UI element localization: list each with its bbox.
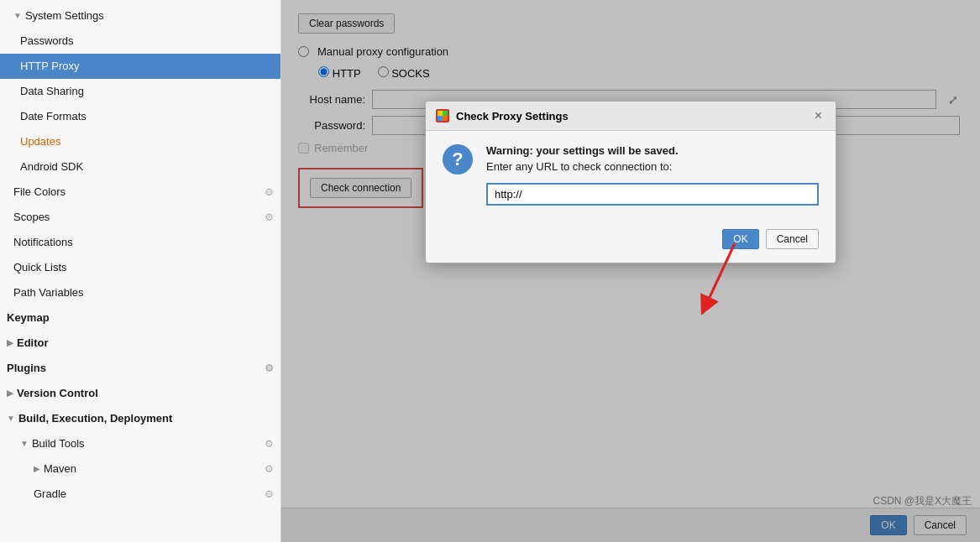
sidebar-item-label: Android SDK <box>20 158 274 176</box>
dialog-buttons: OK Cancel <box>426 219 836 263</box>
expand-icon: ▶ <box>7 384 13 403</box>
dialog-enter-url-text: Enter any URL to check connection to: <box>486 160 819 173</box>
dialog-close-button[interactable]: × <box>811 108 825 123</box>
gear-icon: ⚙ <box>265 460 274 478</box>
sidebar-item-editor[interactable]: ▶ Editor <box>0 331 280 356</box>
dialog-title-left: Check Proxy Settings <box>436 109 569 122</box>
sidebar-item-label: Plugins <box>7 359 265 378</box>
sidebar-item-maven[interactable]: ▶ Maven ⚙ <box>0 456 280 482</box>
dialog-titlebar: Check Proxy Settings × <box>426 102 836 131</box>
sidebar-item-label: Scopes <box>13 208 265 227</box>
dialog-cancel-button[interactable]: Cancel <box>766 229 819 249</box>
collapse-icon: ▼ <box>20 435 29 453</box>
sidebar-item-version-control[interactable]: ▶ Version Control <box>0 381 280 406</box>
dialog-overlay: Check Proxy Settings × ? Warning: your s… <box>281 0 980 542</box>
content-area: Clear passwords Manual proxy configurati… <box>281 0 980 542</box>
sidebar-item-label: Build Tools <box>32 435 265 453</box>
sidebar-item-http-proxy[interactable]: HTTP Proxy <box>0 54 280 79</box>
sidebar-item-path-variables[interactable]: Path Variables <box>0 280 280 305</box>
sidebar-item-data-sharing[interactable]: Data Sharing <box>0 79 280 104</box>
sidebar-item-date-formats[interactable]: Date Formats <box>0 104 280 129</box>
expand-icon: ▶ <box>7 334 13 352</box>
sidebar-item-keymap[interactable]: Keymap <box>0 305 280 331</box>
expand-icon: ▶ <box>34 460 40 478</box>
sidebar-item-scopes[interactable]: Scopes ⚙ <box>0 205 280 230</box>
sidebar-item-notifications[interactable]: Notifications <box>0 230 280 255</box>
sidebar-item-label: Keymap <box>7 309 274 327</box>
collapse-icon: ▼ <box>7 409 15 428</box>
gear-icon: ⚙ <box>265 435 274 453</box>
sidebar-item-updates[interactable]: Updates <box>0 129 280 154</box>
svg-rect-3 <box>438 116 443 121</box>
sidebar-item-build-exec-deploy[interactable]: ▼ Build, Execution, Deployment <box>0 406 280 431</box>
sidebar-item-label: Editor <box>17 334 274 352</box>
sidebar-item-passwords[interactable]: Passwords <box>0 29 280 54</box>
sidebar-item-build-tools[interactable]: ▼ Build Tools ⚙ <box>0 431 280 456</box>
dialog-url-input[interactable] <box>486 183 819 206</box>
sidebar-item-file-colors[interactable]: File Colors ⚙ <box>0 180 280 205</box>
sidebar-item-label: Notifications <box>13 233 274 252</box>
dialog-warning-text: Warning: your settings will be saved. <box>486 144 819 157</box>
sidebar-item-label: HTTP Proxy <box>20 57 274 76</box>
sidebar-item-label: Passwords <box>20 32 274 50</box>
sidebar-item-android-sdk[interactable]: Android SDK <box>0 154 280 180</box>
sidebar-item-label: Path Variables <box>13 284 274 302</box>
sidebar-item-label: Updates <box>20 133 274 151</box>
sidebar-item-label: Quick Lists <box>13 258 274 277</box>
sidebar-item-label: File Colors <box>13 183 265 201</box>
dialog-ok-button[interactable]: OK <box>722 229 758 249</box>
sidebar-item-gradle[interactable]: Gradle ⚙ <box>0 482 280 507</box>
sidebar-item-label: Date Formats <box>20 107 274 126</box>
sidebar-item-system-settings[interactable]: ▼ System Settings <box>0 3 280 29</box>
sidebar-item-label: Gradle <box>34 485 265 503</box>
sidebar-item-plugins[interactable]: Plugins ⚙ <box>0 356 280 381</box>
gear-icon: ⚙ <box>265 359 274 378</box>
question-icon: ? <box>443 144 473 175</box>
check-proxy-dialog: Check Proxy Settings × ? Warning: your s… <box>425 101 836 263</box>
dialog-body: ? Warning: your settings will be saved. … <box>426 131 836 219</box>
dialog-text: Warning: your settings will be saved. En… <box>486 144 819 206</box>
sidebar-item-label: Maven <box>44 460 265 478</box>
sidebar-item-label: Data Sharing <box>20 82 274 101</box>
gear-icon: ⚙ <box>265 485 274 503</box>
sidebar-item-quick-lists[interactable]: Quick Lists <box>0 255 280 280</box>
sidebar: ▼ System Settings Passwords HTTP Proxy D… <box>0 0 281 542</box>
gear-icon: ⚙ <box>265 183 274 201</box>
svg-rect-1 <box>438 111 443 116</box>
collapse-icon: ▼ <box>13 7 22 25</box>
svg-rect-4 <box>443 116 448 121</box>
svg-rect-2 <box>443 111 448 116</box>
sidebar-item-label: Version Control <box>17 384 274 403</box>
dialog-title-text: Check Proxy Settings <box>456 110 569 122</box>
gear-icon: ⚙ <box>265 208 274 227</box>
dialog-app-icon <box>436 109 449 122</box>
main-content: Clear passwords Manual proxy configurati… <box>281 0 980 542</box>
sidebar-item-label: System Settings <box>25 7 274 25</box>
sidebar-item-label: Build, Execution, Deployment <box>18 409 274 428</box>
